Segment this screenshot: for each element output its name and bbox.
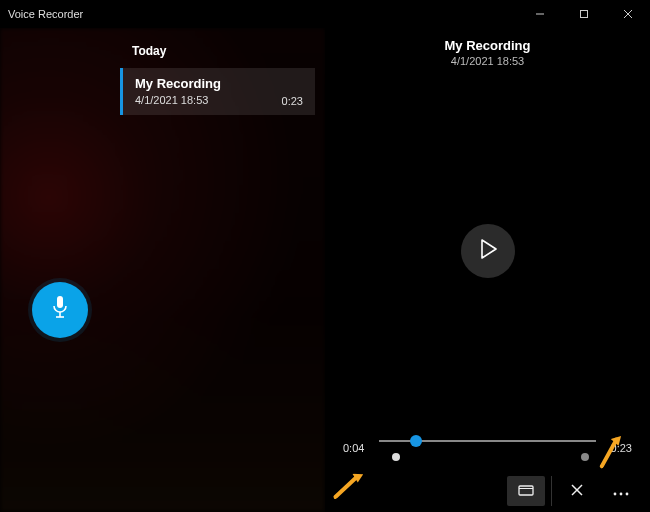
section-header: Today bbox=[132, 44, 325, 58]
current-time: 0:04 bbox=[343, 442, 369, 454]
timeline: 0:04 0:23 bbox=[325, 434, 650, 472]
separator bbox=[551, 476, 552, 506]
titlebar: Voice Recorder bbox=[0, 0, 650, 28]
delete-button[interactable] bbox=[558, 476, 596, 506]
seek-track[interactable] bbox=[379, 434, 596, 462]
window-controls bbox=[518, 0, 650, 28]
recording-list: Today My Recording 4/1/2021 18:53 0:23 bbox=[120, 28, 325, 512]
close-icon bbox=[571, 484, 583, 499]
recording-item-name: My Recording bbox=[135, 76, 221, 93]
play-icon bbox=[479, 239, 497, 263]
close-button[interactable] bbox=[606, 0, 650, 28]
svg-point-12 bbox=[614, 492, 617, 495]
trim-button[interactable] bbox=[507, 476, 545, 506]
record-column bbox=[0, 28, 120, 512]
playhead[interactable] bbox=[410, 435, 422, 447]
svg-rect-1 bbox=[581, 11, 588, 18]
marker-end[interactable] bbox=[581, 453, 589, 461]
svg-rect-4 bbox=[57, 296, 63, 308]
play-button[interactable] bbox=[461, 224, 515, 278]
playback-pane: My Recording 4/1/2021 18:53 0:04 0:23 bbox=[325, 28, 650, 512]
svg-rect-8 bbox=[519, 486, 533, 495]
more-icon bbox=[613, 484, 629, 499]
record-button[interactable] bbox=[32, 282, 88, 338]
svg-point-14 bbox=[626, 492, 629, 495]
recording-item-duration: 0:23 bbox=[282, 95, 303, 107]
marker-start[interactable] bbox=[392, 453, 400, 461]
total-time: 0:23 bbox=[606, 442, 632, 454]
recording-list-pane: Today My Recording 4/1/2021 18:53 0:23 bbox=[0, 28, 325, 512]
maximize-button[interactable] bbox=[562, 0, 606, 28]
recording-item[interactable]: My Recording 4/1/2021 18:53 0:23 bbox=[120, 68, 315, 115]
svg-marker-7 bbox=[482, 240, 496, 258]
minimize-button[interactable] bbox=[518, 0, 562, 28]
microphone-icon bbox=[50, 295, 70, 325]
svg-point-13 bbox=[620, 492, 623, 495]
action-bar bbox=[325, 472, 650, 512]
recording-item-timestamp: 4/1/2021 18:53 bbox=[135, 93, 221, 107]
app-title: Voice Recorder bbox=[0, 8, 83, 20]
play-area bbox=[325, 67, 650, 434]
trim-icon bbox=[518, 483, 534, 500]
detail-header: My Recording 4/1/2021 18:53 bbox=[325, 28, 650, 67]
detail-timestamp: 4/1/2021 18:53 bbox=[325, 55, 650, 67]
detail-title: My Recording bbox=[325, 38, 650, 53]
more-button[interactable] bbox=[602, 476, 640, 506]
